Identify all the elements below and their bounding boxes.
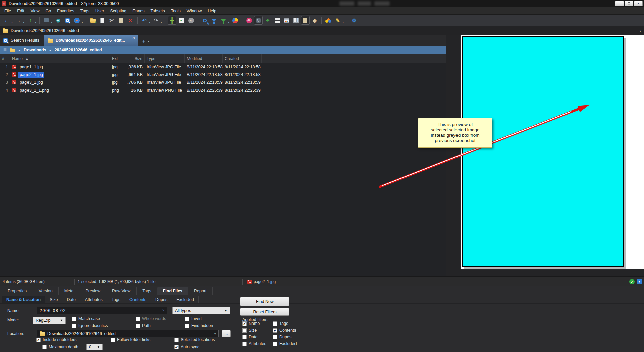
dropdown-caret-icon[interactable]: ▾ (11, 21, 13, 24)
redo-icon[interactable]: ↷ (152, 16, 160, 25)
new-tab-button[interactable]: + (142, 38, 145, 44)
breadcrumb-root[interactable]: Downloads (24, 48, 46, 52)
menu-window[interactable]: Window (184, 9, 205, 13)
color-filter-icon[interactable] (324, 16, 333, 25)
menu-favorites[interactable]: Favorites (54, 9, 77, 13)
menu-edit[interactable]: Edit (14, 9, 28, 13)
column-header-ext[interactable]: Ext (110, 54, 127, 63)
column-header-size[interactable]: Size (127, 54, 145, 63)
checkbox-tags[interactable]: Tags (273, 321, 297, 326)
checkbox-box[interactable]: ✔ (242, 321, 247, 326)
checkbox-box[interactable] (273, 342, 277, 346)
checkbox-contents[interactable]: ✔Contents (273, 328, 297, 333)
dropdown-caret-icon[interactable]: ▾ (161, 21, 162, 24)
checkbox-maximum-depth:[interactable]: Maximum depth: (42, 345, 86, 349)
find-subtab-contents[interactable]: Contents (125, 296, 151, 303)
file-row[interactable]: 1page1_1.jpgjpg1,326 KBIrfanView JPG Fil… (0, 63, 446, 71)
dropdown-caret-icon[interactable]: ▾ (82, 21, 83, 24)
mode-select[interactable]: RegExp ▼ (33, 317, 66, 324)
cut-icon[interactable]: ✂ (107, 16, 116, 25)
checkbox-box[interactable]: ✔ (273, 328, 277, 333)
new-folder-icon[interactable]: + (89, 16, 97, 25)
checkbox-box[interactable] (273, 321, 277, 326)
checkbox-box[interactable] (72, 317, 76, 321)
chevron-down-icon[interactable]: ˅ (214, 332, 216, 336)
menu-hamburger-icon[interactable]: ≡ (3, 47, 7, 53)
copy-icon[interactable] (98, 16, 107, 25)
checkbox-box[interactable]: ✔ (36, 338, 41, 342)
reset-filters-button[interactable]: Reset Filters (240, 308, 289, 316)
checkbox-ignore-diacritics[interactable]: Ignore diacritics (72, 323, 136, 328)
delete-icon[interactable]: ✕ (126, 16, 135, 25)
mini-tree-icon[interactable]: ╂ (168, 16, 176, 25)
panel-tab-report[interactable]: Report (188, 287, 213, 295)
address-dropdown-icon[interactable]: ˅ (639, 29, 641, 33)
browse-button[interactable]: ... (222, 330, 231, 337)
quad-pane-icon[interactable] (273, 16, 281, 25)
checkbox-size[interactable]: Size (242, 328, 273, 333)
file-row[interactable]: 4page3_1_1.pngpng16 KBIrfanView PNG File… (0, 86, 446, 94)
tree-icon[interactable]: ♣ (263, 16, 272, 25)
go-icon[interactable]: ▶ (72, 16, 81, 25)
checkbox-path[interactable]: Path (136, 323, 185, 328)
filter-blue-icon[interactable] (210, 16, 218, 25)
file-name-cell[interactable]: page1_1.jpg (10, 63, 110, 71)
status-sync-icon[interactable]: ▼ (637, 279, 642, 284)
file-name-cell[interactable]: page3_1_1.png (10, 86, 110, 94)
paste-icon[interactable] (117, 16, 125, 25)
spiral-icon[interactable]: ◎ (245, 16, 253, 25)
menu-help[interactable]: Help (205, 9, 219, 13)
minimize-button[interactable]: – (615, 1, 624, 6)
checkbox-excluded[interactable]: Excluded (273, 341, 297, 346)
checkbox-selected-locations[interactable]: Selected locations (174, 337, 215, 342)
maximize-button[interactable]: ❐ (625, 1, 633, 6)
tools-icon[interactable]: ⚙ (350, 16, 358, 25)
filter-green-icon[interactable] (219, 16, 228, 25)
dropdown-caret-icon[interactable]: ▾ (342, 21, 344, 24)
column-header-num[interactable]: # (0, 54, 10, 63)
find-icon[interactable] (200, 16, 209, 25)
menu-tags[interactable]: Tags (77, 9, 92, 13)
checkbox-icon[interactable]: ✔ (177, 16, 186, 25)
checkbox-box[interactable] (242, 328, 247, 333)
column-header-type[interactable]: Type (145, 54, 185, 63)
column-header-modified[interactable]: Modified (185, 54, 223, 63)
location-input[interactable]: Downloads\20240526102646_edited ˅ (37, 330, 219, 337)
folder-icon[interactable] (10, 49, 15, 52)
file-name-cell[interactable]: page2_1.jpg (10, 71, 110, 78)
checkbox-box[interactable] (242, 342, 247, 346)
checkbox-box[interactable] (273, 335, 277, 339)
find-subtab-size[interactable]: Size (45, 296, 62, 303)
monitor-icon[interactable] (42, 16, 51, 25)
file-row[interactable]: 2page2_1.jpgjpg1,661 KBIrfanView JPG Fil… (0, 71, 446, 78)
checkbox-find-hidden[interactable]: Find hidden (185, 323, 213, 328)
file-row[interactable]: 3page3_1.jpgjpg1,766 KBIrfanView JPG Fil… (0, 78, 446, 86)
checkbox-box[interactable] (174, 338, 179, 342)
pie-chart-icon[interactable] (231, 16, 239, 25)
checkbox-invert[interactable]: Invert (185, 316, 202, 321)
close-button[interactable]: ✕ (634, 1, 643, 6)
checkbox-name[interactable]: ✔Name (242, 321, 273, 326)
weight-icon[interactable]: kg (186, 16, 195, 25)
checkbox-dupes[interactable]: Dupes (273, 335, 297, 339)
dropdown-caret-icon[interactable]: ▾ (228, 21, 229, 24)
find-subtab-attributes[interactable]: Attributes (80, 296, 107, 303)
menu-scripting[interactable]: Scripting (107, 9, 129, 13)
dropdown-caret-icon[interactable]: ▾ (35, 21, 36, 24)
panel-tab-find-files[interactable]: Find Files (157, 287, 188, 295)
dual-pane-icon[interactable] (291, 16, 300, 25)
menu-tabsets[interactable]: Tabsets (148, 9, 168, 13)
panel-tab-raw-view[interactable]: Raw View (106, 287, 137, 295)
checkbox-whole-words[interactable]: Whole words (136, 316, 185, 321)
find-now-button[interactable]: Find Now (240, 297, 289, 306)
column-header-name[interactable]: Name▴ (10, 54, 110, 63)
max-depth-select[interactable]: 0▼ (86, 344, 103, 350)
panel-tab-meta[interactable]: Meta (59, 287, 80, 295)
tab-search-results[interactable]: Search Results (0, 35, 44, 46)
panel-tab-preview[interactable]: Preview (79, 287, 106, 295)
menu-view[interactable]: View (28, 9, 43, 13)
checkbox-match-case[interactable]: Match case (72, 316, 136, 321)
back-icon[interactable]: ← (2, 16, 11, 25)
mini-tree-diamond-icon[interactable]: ◆ (310, 16, 319, 25)
checkbox-box[interactable] (185, 317, 189, 321)
